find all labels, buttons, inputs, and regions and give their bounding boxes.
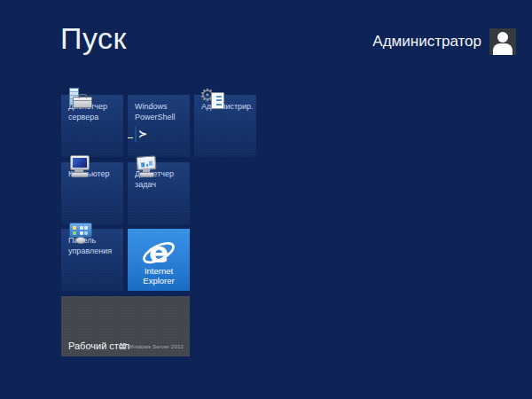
user-name[interactable]: Администратор (372, 28, 481, 55)
avatar-body-shape (493, 43, 512, 55)
avatar-head-shape (497, 32, 508, 43)
tile-control-panel[interactable]: Панель управления (61, 229, 123, 291)
svg-text:e: e (149, 236, 168, 270)
user-avatar-icon[interactable] (489, 28, 516, 55)
start-screen: { "header": { "title": "Пуск", "user": {… (0, 0, 532, 399)
tile-label: Internet Explorer (128, 266, 190, 286)
desktop-watermark: Windows Server 2012 (120, 343, 184, 349)
powershell-icon (135, 126, 137, 143)
tile-internet-explorer[interactable]: e Internet Explorer (128, 229, 190, 291)
tile-windows-powershell[interactable]: Windows PowerShell (128, 95, 190, 157)
tile-label: Windows PowerShell (135, 101, 186, 122)
tile-computer[interactable]: Компьютер (61, 162, 123, 224)
windows-flag-icon (120, 343, 126, 349)
tile-desktop[interactable]: Рабочий стол Windows Server 2012 (61, 296, 190, 356)
user-area[interactable]: Администратор (372, 28, 516, 55)
tile-administrative-tools[interactable]: Администрир... ⚙ (194, 95, 256, 157)
tile-task-manager[interactable]: Диспетчер задач (128, 162, 190, 224)
tile-server-manager[interactable]: Диспетчер сервера (61, 95, 123, 157)
page-title: Пуск (60, 21, 127, 56)
watermark-text: Windows Server 2012 (129, 344, 184, 349)
